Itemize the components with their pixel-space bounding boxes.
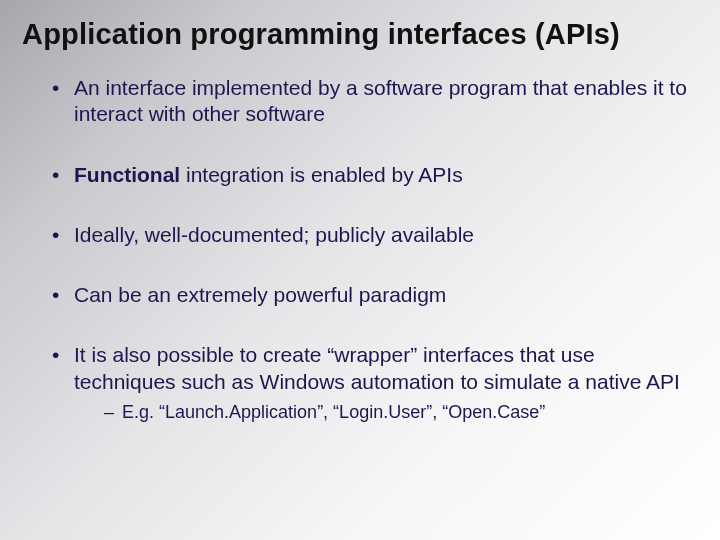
bullet-text-bold: Functional — [74, 163, 180, 186]
sub-bullet-list: E.g. “Launch.Application”, “Login.User”,… — [74, 401, 698, 424]
sub-bullet-text: E.g. “Launch.Application”, “Login.User”,… — [122, 402, 545, 422]
bullet-text: integration is enabled by APIs — [180, 163, 463, 186]
slide-title: Application programming interfaces (APIs… — [22, 18, 698, 51]
bullet-item: Can be an extremely powerful paradigm — [52, 282, 698, 308]
slide: Application programming interfaces (APIs… — [0, 0, 720, 540]
bullet-list: An interface implemented by a software p… — [22, 75, 698, 424]
bullet-item: Functional integration is enabled by API… — [52, 162, 698, 188]
bullet-text: Ideally, well-documented; publicly avail… — [74, 223, 474, 246]
sub-bullet-item: E.g. “Launch.Application”, “Login.User”,… — [104, 401, 698, 424]
bullet-text: Can be an extremely powerful paradigm — [74, 283, 446, 306]
bullet-text: It is also possible to create “wrapper” … — [74, 343, 680, 392]
bullet-item: It is also possible to create “wrapper” … — [52, 342, 698, 424]
bullet-item: An interface implemented by a software p… — [52, 75, 698, 128]
bullet-item: Ideally, well-documented; publicly avail… — [52, 222, 698, 248]
bullet-text: An interface implemented by a software p… — [74, 76, 687, 125]
